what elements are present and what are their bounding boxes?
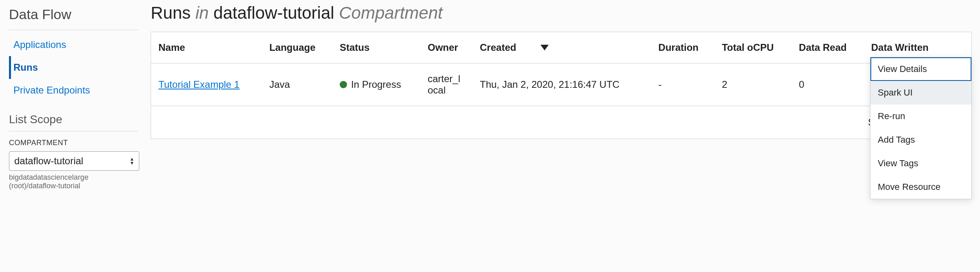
page-title: Runs in dataflow-tutorial Compartment — [151, 0, 972, 32]
nav-runs[interactable]: Runs — [9, 56, 138, 79]
row-context-menu: View Details Spark UI Re-run Add Tags Vi… — [870, 57, 972, 199]
cell-status: In Progress — [340, 79, 413, 90]
cell-owner: carter_local — [420, 63, 472, 106]
sort-desc-icon — [541, 45, 549, 50]
sidebar-title: Data Flow — [9, 7, 138, 30]
page-title-compartment: dataflow-tutorial — [213, 3, 334, 22]
pagination-row: Showing 1 〈 〉 — [151, 106, 972, 139]
ctx-view-details[interactable]: View Details — [870, 57, 971, 81]
compartment-select[interactable]: dataflow-tutorial ▲▼ — [9, 151, 139, 171]
ctx-add-tags[interactable]: Add Tags — [870, 128, 971, 152]
status-text: In Progress — [351, 79, 401, 90]
sidebar: Data Flow Applications Runs Private Endp… — [0, 0, 147, 272]
col-owner[interactable]: Owner — [420, 32, 472, 63]
cell-duration: - — [651, 63, 714, 106]
table-header-row: Name Language Status Owner Created Durat… — [151, 32, 972, 63]
nav-applications[interactable]: Applications — [9, 33, 138, 56]
col-status[interactable]: Status — [332, 32, 420, 63]
compartment-select-value: dataflow-tutorial — [14, 155, 83, 167]
cell-data-read: 0 — [791, 63, 864, 106]
ctx-spark-ui[interactable]: Spark UI — [870, 81, 971, 104]
col-duration[interactable]: Duration — [651, 32, 714, 63]
ctx-view-tags[interactable]: View Tags — [870, 152, 971, 175]
divider — [9, 131, 138, 131]
ctx-move-resource[interactable]: Move Resource — [870, 175, 971, 199]
main-content: Runs in dataflow-tutorial Compartment Na… — [147, 0, 980, 272]
page-title-prefix: Runs — [151, 3, 191, 22]
divider — [9, 30, 138, 30]
col-created[interactable]: Created — [472, 32, 651, 63]
run-name-link[interactable]: Tutorial Example 1 — [158, 79, 240, 90]
compartment-label: COMPARTMENT — [9, 135, 138, 151]
list-scope-heading: List Scope — [9, 105, 138, 131]
runs-table: Name Language Status Owner Created Durat… — [151, 32, 972, 139]
cell-created: Thu, Jan 2, 2020, 21:16:47 UTC — [472, 63, 651, 106]
col-created-label: Created — [480, 42, 516, 53]
cell-language: Java — [262, 63, 332, 106]
compartment-path: bigdatadatasciencelarge (root)/dataflow-… — [9, 171, 138, 190]
cell-total-ocpu: 2 — [714, 63, 791, 106]
col-data-read[interactable]: Data Read — [791, 32, 864, 63]
status-dot-icon — [340, 81, 347, 88]
page-title-suffix: Compartment — [339, 3, 442, 22]
page-title-in: in — [196, 3, 209, 22]
col-name[interactable]: Name — [151, 32, 262, 63]
nav-private-endpoints[interactable]: Private Endpoints — [9, 79, 138, 102]
col-language[interactable]: Language — [262, 32, 332, 63]
table-row: Tutorial Example 1 Java In Progress cart… — [151, 63, 972, 106]
ctx-re-run[interactable]: Re-run — [870, 104, 971, 128]
col-total-ocpu[interactable]: Total oCPU — [714, 32, 791, 63]
